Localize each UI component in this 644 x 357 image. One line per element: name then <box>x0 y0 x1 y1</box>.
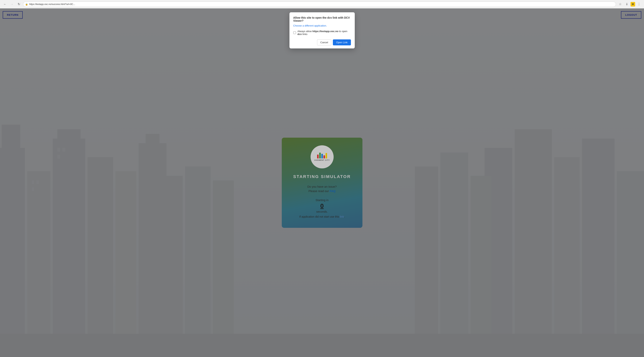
bookmark-icon[interactable]: ☆ <box>618 2 623 7</box>
browser-chrome: ← → ↻ 🔒 https://testapp.osc.no/success.h… <box>0 0 644 9</box>
modal-domain: https://testapp.osc.no <box>312 30 338 33</box>
reload-button[interactable]: ↻ <box>16 2 22 7</box>
security-icon: 🔒 <box>25 3 28 6</box>
modal-checkbox-label: Always allow https://testapp.osc.no to o… <box>298 30 351 36</box>
address-text: https://testapp.osc.no/success.html?url=… <box>29 3 75 6</box>
profile-icon: M <box>630 2 635 7</box>
modal-dialog: Allow this site to open the dcv link wit… <box>290 12 355 49</box>
modal-buttons: Cancel Open Link <box>293 40 351 45</box>
forward-button[interactable]: → <box>9 2 14 7</box>
download-icon[interactable]: ⇓ <box>624 2 630 7</box>
modal-title: Allow this site to open the dcv link wit… <box>293 16 351 22</box>
modal-open-link-button[interactable]: Open Link <box>333 40 351 45</box>
modal-overlay: Allow this site to open the dcv link wit… <box>0 9 644 357</box>
menu-icon[interactable]: ⋮ <box>636 2 642 7</box>
browser-right-icons: ☆ ⇓ M ⋮ <box>618 2 642 7</box>
address-bar[interactable]: 🔒 https://testapp.osc.no/success.html?ur… <box>23 2 616 7</box>
modal-checkbox-row: Always allow https://testapp.osc.no to o… <box>293 30 351 36</box>
modal-always-allow-checkbox[interactable] <box>293 31 296 34</box>
modal-alt-app-link[interactable]: Choose a different application. <box>293 24 351 27</box>
modal-protocol: dcv <box>298 33 302 36</box>
modal-cancel-button[interactable]: Cancel <box>317 40 331 45</box>
back-button[interactable]: ← <box>2 2 8 7</box>
